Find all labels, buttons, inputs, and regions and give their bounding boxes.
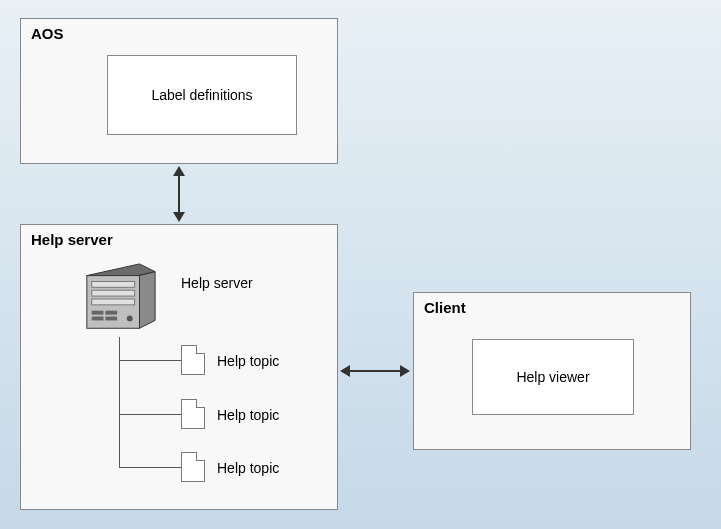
help-server-panel: Help server Help server Help topic H <box>20 224 338 510</box>
help-viewer-text: Help viewer <box>516 369 589 385</box>
label-definitions-text: Label definitions <box>151 87 252 103</box>
help-server-title: Help server <box>31 231 113 248</box>
label-definitions-box: Label definitions <box>107 55 297 135</box>
arrow-aos-help-down <box>173 212 185 222</box>
svg-marker-2 <box>140 272 156 329</box>
topic-label-1: Help topic <box>217 353 279 369</box>
client-title: Client <box>424 299 466 316</box>
help-server-label: Help server <box>181 275 253 291</box>
svg-point-10 <box>127 316 133 322</box>
aos-panel: AOS Label definitions <box>20 18 338 164</box>
svg-rect-9 <box>105 317 117 321</box>
arrow-help-client <box>348 370 402 372</box>
doc-icon-2 <box>181 399 205 429</box>
connector-br1 <box>119 360 181 361</box>
arrow-help-client-right <box>400 365 410 377</box>
svg-rect-5 <box>92 299 135 305</box>
connector-br2 <box>119 414 181 415</box>
topic-label-2: Help topic <box>217 407 279 423</box>
topic-label-3: Help topic <box>217 460 279 476</box>
connector-br3 <box>119 467 181 468</box>
arrow-aos-help <box>178 174 180 214</box>
doc-icon-3 <box>181 452 205 482</box>
connector-trunk <box>119 337 120 467</box>
doc-icon-1 <box>181 345 205 375</box>
svg-rect-8 <box>92 317 104 321</box>
svg-rect-7 <box>105 311 117 315</box>
svg-rect-6 <box>92 311 104 315</box>
client-panel: Client Help viewer <box>413 292 691 450</box>
aos-title: AOS <box>31 25 64 42</box>
arrow-aos-help-up <box>173 166 185 176</box>
svg-rect-4 <box>92 290 135 296</box>
arrow-help-client-left <box>340 365 350 377</box>
server-icon <box>81 261 159 337</box>
help-viewer-box: Help viewer <box>472 339 634 415</box>
svg-rect-3 <box>92 281 135 287</box>
